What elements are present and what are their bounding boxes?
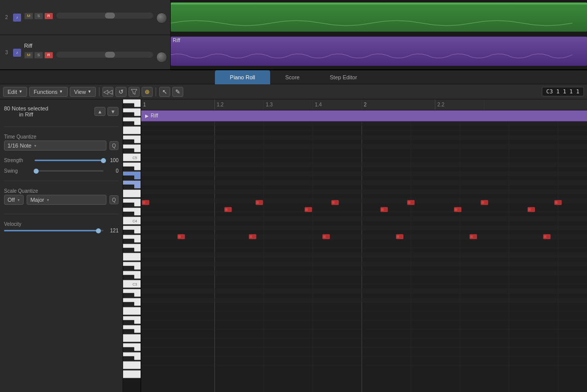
track-mute-btn-3[interactable]: M [24, 52, 33, 59]
track-icon-3: ♪ [13, 49, 21, 57]
edit-menu-button[interactable]: Edit ▼ [3, 87, 27, 97]
quantize-q-btn[interactable]: Q [109, 141, 119, 150]
track-solo-btn-2[interactable]: S [34, 13, 43, 20]
note-c4-2[interactable] [249, 234, 256, 239]
velocity-slider[interactable] [4, 230, 103, 231]
svg-text:C5: C5 [133, 156, 137, 160]
svg-rect-111 [256, 200, 263, 205]
functions-menu-button[interactable]: Functions ▼ [29, 87, 68, 97]
panel-up-btn[interactable]: ▲ [94, 107, 105, 116]
track-icon-2: ♪ [13, 14, 21, 22]
svg-rect-19 [123, 185, 134, 190]
note-g3-4[interactable] [454, 207, 461, 212]
grid-lines-svg [141, 121, 587, 392]
track-fader-3[interactable] [56, 52, 153, 58]
view-menu-button[interactable]: View ▼ [70, 87, 96, 97]
track-region-2[interactable] [171, 3, 587, 32]
ruler-marker-1-2: 1.2 [215, 99, 264, 110]
track-pan-2[interactable] [156, 13, 167, 24]
time-quantize-label: Time Quantize [4, 134, 119, 140]
scale-off-arrow: ▼ [17, 198, 20, 202]
svg-rect-7 [123, 126, 141, 134]
swing-slider[interactable] [35, 170, 103, 172]
note-g3-5[interactable] [528, 207, 535, 212]
scale-type-dropdown[interactable]: Major ▼ [27, 195, 106, 205]
svg-rect-55 [123, 370, 141, 378]
panel-down-btn[interactable]: ▼ [107, 107, 119, 116]
note-g3-3[interactable] [381, 207, 388, 212]
svg-rect-44 [123, 307, 141, 315]
svg-rect-53 [123, 356, 134, 361]
track-pan-3[interactable] [156, 52, 167, 63]
strength-label: Strength [4, 158, 32, 163]
svg-rect-32 [123, 248, 134, 253]
strength-value: 100 [106, 158, 119, 163]
track-number-3: 3 [3, 50, 10, 55]
note-c4-4[interactable] [396, 234, 403, 239]
note-a3-3[interactable] [331, 200, 338, 205]
region-bar: ▶ Riff [141, 110, 587, 121]
divider-2 [4, 181, 119, 181]
edit-menu-arrow: ▼ [19, 89, 23, 94]
grid-canvas[interactable] [141, 121, 587, 392]
track-mute-btn-2[interactable]: M [24, 13, 33, 20]
tab-piano-roll[interactable]: Piano Roll [215, 70, 270, 84]
svg-rect-116 [332, 201, 334, 204]
track-solo-btn-3[interactable]: S [34, 52, 43, 59]
note-c4-5[interactable] [470, 234, 477, 239]
velocity-value: 121 [106, 228, 119, 233]
note-a3-4[interactable] [407, 200, 414, 205]
view-menu-arrow: ▼ [87, 89, 91, 94]
svg-rect-2 [123, 103, 134, 108]
svg-rect-37 [123, 275, 134, 280]
ruler-marker-1: 1 [141, 99, 215, 110]
svg-rect-97 [141, 171, 587, 176]
track-rec-btn-2[interactable]: R [44, 13, 53, 20]
track-fader-2[interactable] [56, 13, 153, 19]
toolbar-cycle-btn[interactable]: ↺ [115, 87, 127, 97]
quantize-dropdown[interactable]: 1/16 Note ▼ [4, 141, 106, 151]
svg-rect-134 [250, 235, 252, 238]
svg-rect-41 [123, 293, 134, 298]
svg-rect-4 [123, 112, 134, 117]
ruler-marker-1-3: 1.3 [264, 99, 313, 110]
tab-score[interactable]: Score [270, 70, 315, 84]
svg-rect-6 [123, 121, 134, 126]
svg-rect-133 [249, 234, 256, 239]
svg-rect-130 [528, 208, 531, 211]
svg-rect-117 [305, 207, 312, 212]
note-c4-1[interactable] [178, 234, 185, 239]
note-a3-5[interactable] [481, 200, 488, 205]
note-a3-6[interactable] [554, 200, 561, 205]
strength-row: Strength 100 [4, 158, 119, 163]
note-c4-6[interactable] [543, 234, 550, 239]
svg-rect-22 [123, 203, 134, 208]
svg-rect-99 [141, 189, 587, 194]
track-content: Riff [171, 0, 587, 69]
notes-in-label: in Riff [4, 111, 48, 117]
track-list: 2 ♪ M S R 3 ♪ [0, 0, 171, 69]
strength-slider[interactable] [35, 160, 103, 161]
track-rec-btn-3[interactable]: R [44, 52, 53, 59]
toolbar-filter-btn[interactable] [129, 87, 140, 97]
toolbar-link-btn[interactable]: ⊕ [142, 87, 153, 97]
note-a3-1[interactable] [142, 200, 149, 205]
note-g3-2[interactable] [305, 207, 312, 212]
scale-q-btn[interactable]: Q [109, 195, 119, 204]
scale-off-dropdown[interactable]: Off ▼ [4, 195, 24, 205]
svg-rect-107 [141, 289, 587, 293]
tab-step-editor[interactable]: Step Editor [315, 70, 372, 84]
note-g3-1[interactable] [224, 207, 231, 212]
note-c4-3[interactable] [323, 234, 330, 239]
swing-row: Swing 0 [4, 168, 119, 174]
toolbar-pencil-btn[interactable]: ✎ [172, 87, 183, 97]
track-controls-3: M S R [24, 52, 167, 63]
note-a3-2[interactable] [256, 200, 263, 205]
toolbar-left-arrow[interactable]: ◁◁ [102, 87, 113, 97]
track-region-3[interactable]: Riff [171, 37, 587, 66]
svg-rect-127 [554, 200, 561, 205]
ruler-marker-2: 2 [362, 99, 436, 110]
svg-rect-128 [555, 201, 557, 204]
toolbar-pointer-btn[interactable]: ↖ [159, 87, 170, 97]
svg-rect-115 [331, 200, 338, 205]
